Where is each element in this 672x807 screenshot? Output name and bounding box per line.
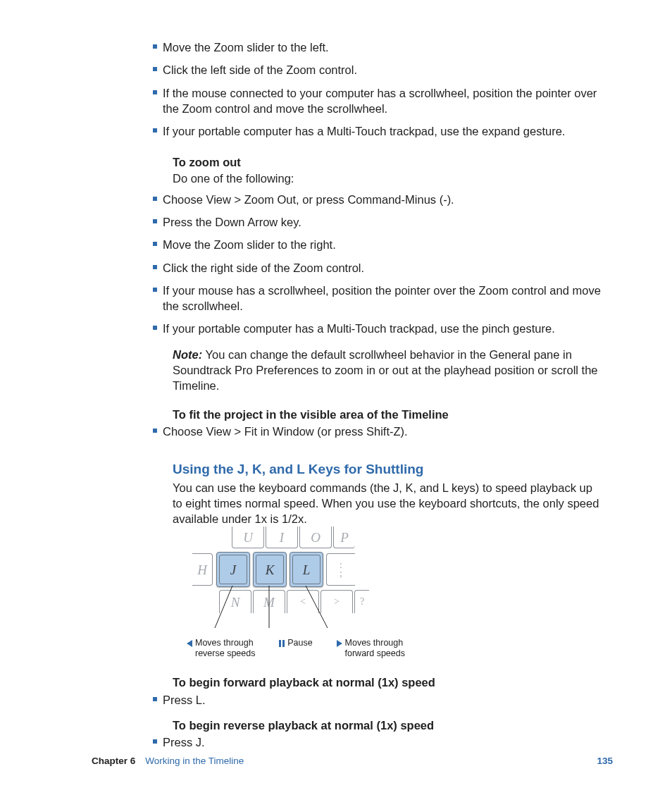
chapter-title: Working in the Timeline	[145, 756, 244, 766]
list-item: Move the Zoom slider to the left.	[163, 39, 602, 55]
list-text: If the mouse connected to your computer …	[163, 87, 597, 115]
list-item: If the mouse connected to your computer …	[163, 85, 602, 117]
zoom-out-heading: To zoom out	[173, 154, 602, 170]
fit-list: Choose View > Fit in Window (or press Sh…	[173, 424, 602, 439]
list-text: Click the right side of the Zoom control…	[163, 261, 364, 274]
list-text: Move the Zoom slider to the right.	[163, 238, 336, 251]
keyboard-diagram: U I O P H J K L :; N M	[201, 538, 398, 659]
list-text: Click the left side of the Zoom control.	[163, 63, 357, 76]
key-o: O	[299, 526, 332, 548]
list-text: Press J.	[163, 736, 205, 749]
list-text: Press the Down Arrow key.	[163, 216, 301, 228]
label-pause: Pause	[279, 638, 312, 659]
reverse-heading: To begin reverse playback at normal (1x)…	[173, 717, 602, 733]
label-text: Pause	[287, 638, 312, 648]
pause-icon	[279, 640, 285, 647]
list-item: Press L.	[163, 692, 602, 708]
label-text: reverse speeds	[187, 648, 255, 659]
list-item: Click the right side of the Zoom control…	[163, 260, 602, 276]
forward-list: Press L.	[173, 692, 602, 708]
label-reverse: Moves through reverse speeds	[187, 638, 255, 659]
note-text: You can change the default scrollwheel b…	[173, 348, 598, 393]
list-text: Press L.	[163, 694, 206, 706]
label-text: Moves through	[195, 638, 254, 648]
section-body: You can use the keyboard commands (the J…	[173, 480, 602, 527]
reverse-icon	[187, 640, 192, 647]
label-text: Moves through	[345, 638, 404, 648]
list-item: If your mouse has a scrollwheel, positio…	[163, 283, 602, 314]
list-item: Choose View > Fit in Window (or press Sh…	[163, 424, 602, 439]
fit-heading: To fit the project in the visible area o…	[173, 407, 602, 422]
forward-heading: To begin forward playback at normal (1x)…	[173, 674, 602, 690]
page-footer: Chapter 6 Working in the Timeline 135	[92, 756, 613, 766]
keyboard: U I O P H J K L :; N M	[201, 538, 370, 636]
content-column: Move the Zoom slider to the left. Click …	[173, 39, 602, 758]
page-number: 135	[597, 756, 613, 766]
key-u: U	[232, 526, 264, 548]
list-item: If your portable computer has a Multi-To…	[163, 321, 602, 336]
page: Move the Zoom slider to the left. Click …	[0, 0, 672, 807]
forward-icon	[337, 640, 342, 647]
list-item: Click the left side of the Zoom control.	[163, 62, 602, 78]
zoom-in-list: Move the Zoom slider to the left. Click …	[173, 39, 602, 139]
footer-left: Chapter 6 Working in the Timeline	[92, 756, 244, 766]
list-text: Choose View > Zoom Out, or press Command…	[163, 193, 454, 206]
svg-line-2	[306, 586, 328, 628]
list-text: Move the Zoom slider to the left.	[163, 41, 329, 54]
label-forward: Moves through forward speeds	[337, 638, 405, 659]
list-text: If your mouse has a scrollwheel, positio…	[163, 284, 601, 312]
zoom-out-list: Choose View > Zoom Out, or press Command…	[173, 192, 602, 337]
callout-lines	[187, 580, 384, 636]
reverse-list: Press J.	[173, 734, 602, 750]
list-text: If your portable computer has a Multi-To…	[163, 322, 555, 335]
list-text: If your portable computer has a Multi-To…	[163, 125, 565, 137]
key-i: I	[266, 526, 298, 548]
zoom-out-intro: Do one of the following:	[173, 171, 602, 186]
list-item: Press J.	[163, 734, 602, 750]
list-item: If your portable computer has a Multi-To…	[163, 123, 602, 139]
section-title: Using the J, K, and L Keys for Shuttling	[173, 460, 602, 479]
note-label: Note:	[173, 348, 202, 361]
list-item: Move the Zoom slider to the right.	[163, 237, 602, 252]
key-p: P	[333, 526, 355, 548]
list-item: Press the Down Arrow key.	[163, 214, 602, 230]
list-text: Choose View > Fit in Window (or press Sh…	[163, 425, 408, 438]
list-item: Choose View > Zoom Out, or press Command…	[163, 192, 602, 207]
keyboard-labels: Moves through reverse speeds Pause Moves…	[187, 638, 405, 659]
label-text: forward speeds	[337, 648, 405, 659]
note-block: Note: You can change the default scrollw…	[173, 347, 602, 394]
chapter-label: Chapter 6	[92, 756, 135, 766]
svg-line-0	[215, 586, 232, 628]
